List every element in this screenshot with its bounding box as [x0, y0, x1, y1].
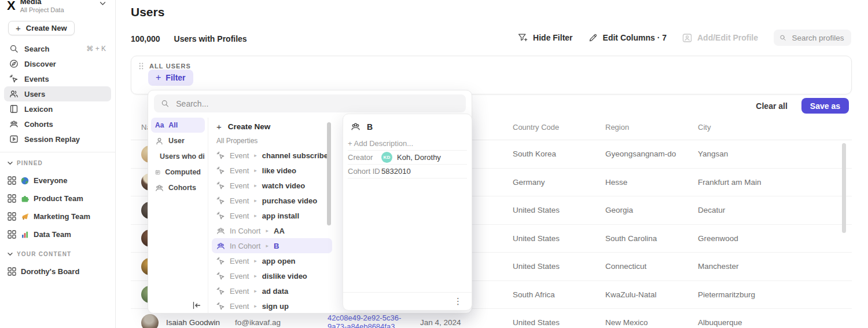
board-label: Dorothy's Board — [21, 267, 79, 276]
sidebar-item-label: Cohorts — [24, 120, 53, 129]
sidebar-divider — [0, 152, 115, 152]
user-region: Georgia — [595, 206, 687, 214]
compass-icon — [9, 59, 19, 68]
create-new-property-button[interactable]: + Create New — [212, 119, 332, 134]
add-filter-button[interactable]: + Filter — [148, 70, 193, 86]
property-item-cohort-b[interactable]: In Cohort▸B — [212, 238, 332, 253]
property-item-event[interactable]: Event▸purchase video — [212, 193, 332, 208]
lexicon-book-icon — [9, 104, 19, 114]
event-spark-icon — [216, 151, 225, 160]
category-all[interactable]: Aa All — [151, 118, 205, 133]
caret-icon: ▸ — [254, 273, 257, 279]
event-spark-icon — [216, 181, 225, 190]
user-date: Jan 4, 2024 — [410, 318, 502, 327]
property-item-event[interactable]: Event▸sign up — [212, 298, 332, 314]
user-distinct-id[interactable]: 42c08e49-2e92-5c36-9a73-a84eb8684fa3 — [317, 314, 410, 328]
sidebar-board-data-team[interactable]: Data Team — [0, 225, 115, 243]
sidebar-item-events[interactable]: Events — [4, 71, 111, 86]
property-category-rail: Aa All User Users who di... Computed — [148, 118, 208, 313]
cohort-id-row: Cohort ID 5832010 — [348, 165, 467, 178]
sidebar-item-label: Session Replay — [24, 135, 80, 144]
category-cohorts[interactable]: Cohorts — [151, 180, 205, 195]
property-item-event[interactable]: Event▸ad data — [212, 283, 332, 298]
profile-search-input[interactable] — [791, 33, 845, 43]
bar-chart-icon — [21, 231, 29, 239]
user-count: 100,000 — [131, 34, 160, 43]
sidebar-item-users[interactable]: Users — [4, 86, 111, 101]
board-grid-icon — [8, 194, 16, 203]
cohorts-icon — [155, 184, 164, 192]
funnel-plus-icon — [518, 33, 528, 42]
property-item-event[interactable]: Event▸watch video — [212, 178, 332, 193]
caret-icon: ▸ — [254, 303, 257, 309]
category-computed[interactable]: Computed — [151, 165, 205, 180]
board-grid-icon — [8, 267, 16, 276]
sidebar-board-everyone[interactable]: Everyone — [0, 172, 115, 189]
filter-button-label: Filter — [165, 73, 185, 82]
board-label: Data Team — [34, 230, 71, 239]
clear-all-button[interactable]: Clear all — [756, 101, 787, 111]
hide-filter-label: Hide Filter — [533, 33, 572, 42]
column-header-region[interactable]: Region — [595, 123, 687, 132]
property-item-event[interactable]: Event▸app install — [212, 208, 332, 223]
add-edit-profile-button[interactable]: Add/Edit Profile — [682, 33, 758, 43]
edit-columns-button[interactable]: Edit Columns · 7 — [589, 33, 667, 42]
event-spark-icon — [216, 212, 225, 220]
column-header-city[interactable]: City — [687, 123, 852, 132]
sidebar-item-cohorts[interactable]: Cohorts — [4, 116, 111, 132]
property-item-event[interactable]: Event▸like video — [212, 163, 332, 178]
user-email: fo@ikavaf.ag — [225, 318, 317, 327]
person-icon — [155, 137, 164, 145]
user-region: Gyeongsangnam-do — [595, 150, 687, 158]
create-new-button[interactable]: + Create New — [8, 21, 75, 35]
save-as-button[interactable]: Save as — [801, 98, 849, 114]
board-grid-icon — [8, 230, 16, 239]
sidebar-item-session-replay[interactable]: Session Replay — [4, 132, 111, 147]
session-replay-icon — [9, 134, 19, 144]
plus-icon: + — [156, 72, 161, 83]
property-item-event[interactable]: Event▸channel subscribe — [212, 148, 332, 163]
sidebar-item-lexicon[interactable]: Lexicon — [4, 101, 111, 116]
kebab-menu-icon[interactable]: ⋮ — [454, 296, 462, 307]
popover-search-input[interactable] — [175, 99, 459, 109]
property-list: + Create New All Properties Event▸channe… — [208, 118, 332, 313]
collapse-rail-button[interactable] — [192, 301, 201, 312]
drag-handle-icon[interactable] — [138, 62, 144, 70]
caret-icon: ▸ — [254, 288, 257, 294]
event-spark-icon — [216, 196, 225, 205]
sidebar-item-discover[interactable]: Discover — [4, 56, 111, 71]
workspace-switcher[interactable]: X Media All Project Data — [0, 0, 115, 15]
caret-icon: ▸ — [266, 243, 269, 249]
cohorts-icon — [351, 122, 361, 132]
sidebar-board-product-team[interactable]: Product Team — [0, 189, 115, 207]
hide-filter-button[interactable]: Hide Filter — [518, 33, 572, 42]
property-item-event[interactable]: Event▸app open — [212, 253, 332, 268]
creator-row: Creator KD Koh, Dorothy — [348, 151, 467, 165]
header-actions: Hide Filter Edit Columns · 7 Add/Edit Pr… — [518, 29, 851, 46]
column-header-country-code[interactable]: Country Code — [502, 123, 595, 132]
user-region: New Mexico — [595, 318, 687, 327]
user-region: KwaZulu-Natal — [595, 290, 687, 299]
category-users-who-did[interactable]: Users who di... — [151, 149, 205, 164]
page-title: Users — [131, 5, 164, 19]
category-user[interactable]: User — [151, 133, 205, 148]
table-scrollbar[interactable] — [842, 143, 846, 233]
caret-icon: ▸ — [254, 258, 257, 264]
plus-icon: + — [216, 122, 222, 132]
user-country: South Africa — [502, 290, 595, 299]
your-content-section-header[interactable]: YOUR CONTENT — [0, 245, 115, 263]
pinned-section-header[interactable]: PINNED — [0, 154, 115, 172]
property-item-cohort[interactable]: In Cohort▸AA — [212, 223, 332, 238]
popover-scrollbar[interactable] — [327, 122, 331, 225]
property-item-event[interactable]: Event▸dislike video — [212, 268, 332, 283]
sidebar-board-marketing-team[interactable]: Marketing Team — [0, 207, 115, 225]
avatar — [141, 314, 159, 328]
popover-search — [154, 94, 466, 112]
sidebar-item-search[interactable]: Search ⌘ + K — [4, 41, 111, 56]
board-label: Everyone — [34, 176, 68, 185]
add-description-button[interactable]: + Add Description... — [348, 137, 467, 151]
sidebar-board-dorothys-board[interactable]: Dorothy's Board — [0, 263, 115, 280]
sidebar-item-label: Users — [24, 90, 45, 99]
category-label: Computed — [165, 168, 201, 176]
chevron-down-icon — [8, 161, 13, 165]
